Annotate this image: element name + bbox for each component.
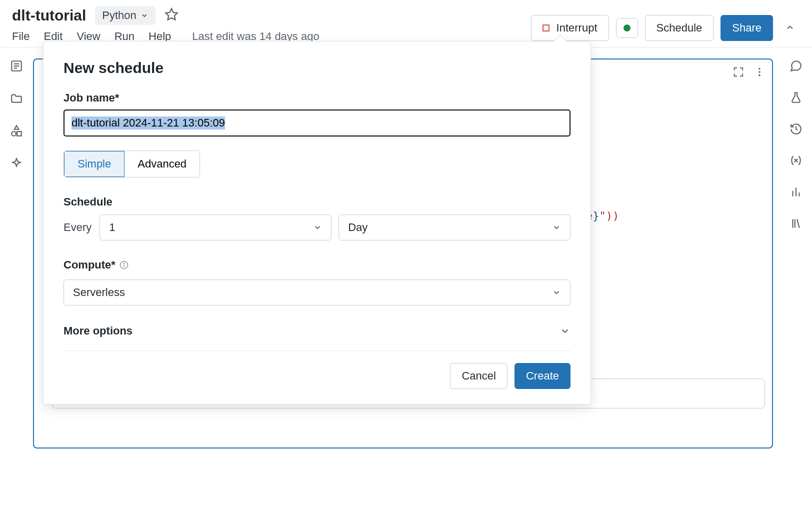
- popover-title: New schedule: [64, 60, 570, 76]
- interrupt-button[interactable]: Interrupt: [531, 15, 609, 41]
- interval-value: 1: [109, 221, 115, 234]
- cancel-button[interactable]: Cancel: [450, 363, 507, 389]
- history-icon[interactable]: [790, 122, 802, 138]
- folder-icon[interactable]: [10, 92, 23, 108]
- interval-select[interactable]: 1: [100, 214, 332, 240]
- schedule-button[interactable]: Schedule: [645, 15, 714, 41]
- popover-actions: Cancel Create: [64, 363, 570, 389]
- interrupt-label: Interrupt: [556, 22, 598, 34]
- svg-line-13: [797, 219, 799, 228]
- schedule-popover: New schedule Job name* Simple Advanced S…: [43, 41, 591, 404]
- create-button[interactable]: Create: [514, 363, 570, 389]
- share-label: Share: [732, 22, 762, 34]
- header-left: dlt-tutorial Python File Edit View Run H…: [12, 6, 320, 43]
- divider: [64, 350, 570, 351]
- svg-marker-5: [14, 126, 19, 130]
- stop-icon: [542, 24, 550, 32]
- status-dot-icon: [624, 24, 630, 32]
- compute-label-text: Compute*: [64, 258, 116, 272]
- tab-advanced[interactable]: Advanced: [124, 151, 200, 177]
- header: dlt-tutorial Python File Edit View Run H…: [0, 0, 812, 48]
- menu-file[interactable]: File: [12, 30, 30, 43]
- sparkle-icon[interactable]: [10, 157, 23, 172]
- chevron-up-icon: [785, 22, 795, 32]
- flask-icon[interactable]: [790, 91, 802, 106]
- chevron-down-icon: [560, 326, 570, 336]
- schedule-section-label: Schedule: [64, 196, 570, 208]
- share-button[interactable]: Share: [720, 15, 773, 41]
- language-pill[interactable]: Python: [95, 6, 156, 25]
- schedule-section: Schedule Every 1 Day: [64, 196, 570, 240]
- mode-tabs: Simple Advanced: [64, 150, 200, 178]
- chevron-down-icon: [140, 12, 148, 20]
- kebab-icon[interactable]: [754, 66, 765, 80]
- chevron-down-icon: [313, 223, 322, 232]
- chevron-down-icon: [552, 223, 561, 232]
- job-name-input[interactable]: [64, 110, 570, 136]
- svg-point-6: [12, 132, 16, 136]
- compute-section: Compute* Serverless: [64, 258, 570, 306]
- svg-point-19: [124, 263, 124, 264]
- compute-value: Serverless: [73, 286, 125, 299]
- right-rail: [780, 48, 812, 524]
- svg-marker-0: [166, 8, 177, 20]
- connect-status-button[interactable]: [616, 18, 638, 38]
- bar-chart-icon[interactable]: [790, 186, 802, 201]
- tab-simple[interactable]: Simple: [64, 151, 124, 177]
- notebook-title[interactable]: dlt-tutorial: [12, 7, 86, 24]
- svg-point-14: [758, 68, 760, 70]
- comment-icon[interactable]: [790, 60, 802, 75]
- body-area: e}")) New schedule Job name* Simple Adva…: [0, 48, 812, 524]
- every-label: Every: [64, 221, 92, 234]
- info-icon[interactable]: [120, 260, 128, 270]
- left-rail: [0, 48, 33, 524]
- language-label: Python: [102, 9, 136, 22]
- job-name-label: Job name*: [64, 92, 570, 104]
- svg-rect-7: [17, 132, 22, 136]
- unit-value: Day: [348, 221, 368, 234]
- chevron-down-icon: [552, 288, 561, 297]
- compute-label: Compute*: [64, 258, 570, 272]
- library-icon[interactable]: [790, 217, 802, 232]
- canvas: e}")) New schedule Job name* Simple Adva…: [33, 48, 780, 524]
- compute-select[interactable]: Serverless: [64, 280, 570, 306]
- unit-select[interactable]: Day: [338, 214, 570, 240]
- schedule-row: Every 1 Day: [64, 214, 570, 240]
- svg-point-15: [758, 71, 760, 73]
- schedule-label: Schedule: [656, 22, 702, 34]
- variables-icon[interactable]: [790, 154, 802, 170]
- header-right: Interrupt Schedule Share: [531, 6, 800, 41]
- cell-toolbar: [733, 66, 765, 80]
- outline-icon[interactable]: [10, 60, 23, 75]
- code-text-2: "): [600, 210, 613, 222]
- more-options-label: More options: [64, 324, 132, 338]
- title-row: dlt-tutorial Python: [12, 6, 320, 25]
- star-icon[interactable]: [164, 8, 178, 24]
- expand-icon[interactable]: [733, 66, 744, 80]
- more-options-toggle[interactable]: More options: [64, 324, 570, 338]
- shapes-icon[interactable]: [10, 124, 23, 140]
- svg-point-16: [758, 74, 760, 76]
- header-more-button[interactable]: [780, 18, 800, 39]
